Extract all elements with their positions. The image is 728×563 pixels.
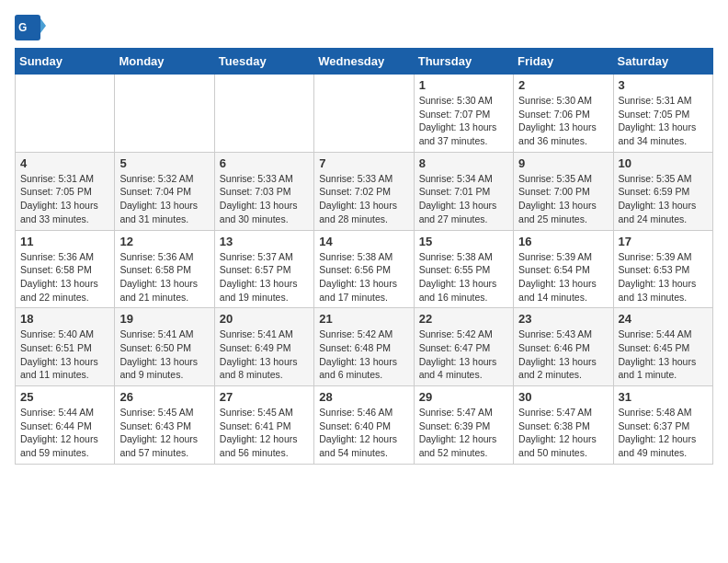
calendar-cell: 2Sunrise: 5:30 AM Sunset: 7:06 PM Daylig… bbox=[514, 75, 613, 153]
header-wednesday: Wednesday bbox=[314, 49, 414, 75]
calendar-cell: 24Sunrise: 5:44 AM Sunset: 6:45 PM Dayli… bbox=[613, 308, 712, 386]
header-tuesday: Tuesday bbox=[214, 49, 313, 75]
logo-icon: G bbox=[15, 15, 46, 40]
day-info: Sunrise: 5:41 AM Sunset: 6:50 PM Dayligh… bbox=[119, 327, 209, 382]
day-info: Sunrise: 5:48 AM Sunset: 6:37 PM Dayligh… bbox=[619, 406, 708, 460]
day-info: Sunrise: 5:35 AM Sunset: 7:00 PM Dayligh… bbox=[518, 172, 608, 226]
calendar-cell: 30Sunrise: 5:47 AM Sunset: 6:38 PM Dayli… bbox=[514, 386, 613, 465]
day-info: Sunrise: 5:39 AM Sunset: 6:53 PM Dayligh… bbox=[619, 250, 708, 304]
header-row: SundayMondayTuesdayWednesdayThursdayFrid… bbox=[16, 49, 713, 75]
svg-text:G: G bbox=[18, 21, 27, 34]
day-number: 11 bbox=[20, 235, 109, 248]
svg-marker-1 bbox=[40, 18, 46, 33]
header-saturday: Saturday bbox=[613, 49, 712, 75]
day-number: 2 bbox=[518, 78, 608, 92]
calendar-cell: 18Sunrise: 5:40 AM Sunset: 6:51 PM Dayli… bbox=[16, 308, 115, 386]
day-info: Sunrise: 5:35 AM Sunset: 6:59 PM Dayligh… bbox=[619, 172, 708, 226]
header-friday: Friday bbox=[514, 49, 613, 75]
day-number: 25 bbox=[20, 390, 109, 404]
calendar-cell: 5Sunrise: 5:32 AM Sunset: 7:04 PM Daylig… bbox=[115, 152, 214, 230]
calendar-body: 1Sunrise: 5:30 AM Sunset: 7:07 PM Daylig… bbox=[16, 75, 713, 465]
day-number: 6 bbox=[220, 156, 309, 170]
day-info: Sunrise: 5:47 AM Sunset: 6:38 PM Dayligh… bbox=[518, 406, 608, 460]
calendar-cell bbox=[16, 75, 115, 153]
day-info: Sunrise: 5:44 AM Sunset: 6:45 PM Dayligh… bbox=[619, 327, 708, 382]
day-info: Sunrise: 5:36 AM Sunset: 6:58 PM Dayligh… bbox=[119, 250, 209, 304]
header-thursday: Thursday bbox=[414, 49, 513, 75]
day-number: 17 bbox=[619, 235, 708, 248]
calendar-cell bbox=[115, 75, 214, 153]
calendar-header: SundayMondayTuesdayWednesdayThursdayFrid… bbox=[16, 49, 713, 75]
day-number: 13 bbox=[220, 235, 309, 248]
day-number: 3 bbox=[619, 78, 708, 92]
day-number: 28 bbox=[319, 390, 408, 404]
day-number: 22 bbox=[419, 312, 508, 326]
calendar-cell: 6Sunrise: 5:33 AM Sunset: 7:03 PM Daylig… bbox=[214, 152, 313, 230]
day-info: Sunrise: 5:36 AM Sunset: 6:58 PM Dayligh… bbox=[20, 250, 109, 304]
day-info: Sunrise: 5:33 AM Sunset: 7:02 PM Dayligh… bbox=[319, 172, 408, 226]
day-info: Sunrise: 5:38 AM Sunset: 6:55 PM Dayligh… bbox=[419, 250, 508, 304]
day-info: Sunrise: 5:30 AM Sunset: 7:06 PM Dayligh… bbox=[518, 94, 608, 148]
calendar-cell bbox=[314, 75, 414, 153]
calendar-table: SundayMondayTuesdayWednesdayThursdayFrid… bbox=[15, 48, 713, 465]
calendar-cell: 19Sunrise: 5:41 AM Sunset: 6:50 PM Dayli… bbox=[115, 308, 214, 386]
day-number: 21 bbox=[319, 312, 408, 326]
day-number: 4 bbox=[20, 156, 109, 170]
day-info: Sunrise: 5:45 AM Sunset: 6:43 PM Dayligh… bbox=[119, 406, 209, 460]
day-number: 15 bbox=[419, 235, 508, 248]
day-number: 23 bbox=[518, 312, 608, 326]
day-number: 30 bbox=[518, 390, 608, 404]
calendar-cell: 3Sunrise: 5:31 AM Sunset: 7:05 PM Daylig… bbox=[613, 75, 712, 153]
day-number: 10 bbox=[619, 156, 708, 170]
week-row-5: 25Sunrise: 5:44 AM Sunset: 6:44 PM Dayli… bbox=[16, 386, 713, 465]
day-info: Sunrise: 5:44 AM Sunset: 6:44 PM Dayligh… bbox=[20, 406, 109, 460]
calendar-cell: 25Sunrise: 5:44 AM Sunset: 6:44 PM Dayli… bbox=[16, 386, 115, 465]
calendar-cell: 26Sunrise: 5:45 AM Sunset: 6:43 PM Dayli… bbox=[115, 386, 214, 465]
calendar-cell bbox=[214, 75, 313, 153]
day-number: 24 bbox=[619, 312, 708, 326]
day-info: Sunrise: 5:38 AM Sunset: 6:56 PM Dayligh… bbox=[319, 250, 408, 304]
day-info: Sunrise: 5:42 AM Sunset: 6:48 PM Dayligh… bbox=[319, 327, 408, 382]
week-row-4: 18Sunrise: 5:40 AM Sunset: 6:51 PM Dayli… bbox=[16, 308, 713, 386]
day-info: Sunrise: 5:31 AM Sunset: 7:05 PM Dayligh… bbox=[20, 172, 109, 226]
day-number: 8 bbox=[419, 156, 508, 170]
calendar-cell: 11Sunrise: 5:36 AM Sunset: 6:58 PM Dayli… bbox=[16, 230, 115, 308]
logo: G bbox=[15, 15, 48, 40]
week-row-2: 4Sunrise: 5:31 AM Sunset: 7:05 PM Daylig… bbox=[16, 152, 713, 230]
day-number: 5 bbox=[119, 156, 209, 170]
calendar-cell: 9Sunrise: 5:35 AM Sunset: 7:00 PM Daylig… bbox=[514, 152, 613, 230]
day-number: 18 bbox=[20, 312, 109, 326]
calendar-cell: 20Sunrise: 5:41 AM Sunset: 6:49 PM Dayli… bbox=[214, 308, 313, 386]
header-sunday: Sunday bbox=[16, 49, 115, 75]
day-info: Sunrise: 5:45 AM Sunset: 6:41 PM Dayligh… bbox=[220, 406, 309, 460]
day-info: Sunrise: 5:30 AM Sunset: 7:07 PM Dayligh… bbox=[419, 94, 508, 148]
calendar-cell: 13Sunrise: 5:37 AM Sunset: 6:57 PM Dayli… bbox=[214, 230, 313, 308]
calendar-cell: 31Sunrise: 5:48 AM Sunset: 6:37 PM Dayli… bbox=[613, 386, 712, 465]
day-info: Sunrise: 5:31 AM Sunset: 7:05 PM Dayligh… bbox=[619, 94, 708, 148]
day-info: Sunrise: 5:39 AM Sunset: 6:54 PM Dayligh… bbox=[518, 250, 608, 304]
calendar-cell: 16Sunrise: 5:39 AM Sunset: 6:54 PM Dayli… bbox=[514, 230, 613, 308]
week-row-3: 11Sunrise: 5:36 AM Sunset: 6:58 PM Dayli… bbox=[16, 230, 713, 308]
calendar-cell: 17Sunrise: 5:39 AM Sunset: 6:53 PM Dayli… bbox=[613, 230, 712, 308]
calendar-cell: 14Sunrise: 5:38 AM Sunset: 6:56 PM Dayli… bbox=[314, 230, 414, 308]
calendar-cell: 8Sunrise: 5:34 AM Sunset: 7:01 PM Daylig… bbox=[414, 152, 513, 230]
day-number: 29 bbox=[419, 390, 508, 404]
day-number: 20 bbox=[220, 312, 309, 326]
day-number: 1 bbox=[419, 78, 508, 92]
day-info: Sunrise: 5:32 AM Sunset: 7:04 PM Dayligh… bbox=[119, 172, 209, 226]
day-number: 12 bbox=[119, 235, 209, 248]
calendar-cell: 29Sunrise: 5:47 AM Sunset: 6:39 PM Dayli… bbox=[414, 386, 513, 465]
day-number: 26 bbox=[119, 390, 209, 404]
day-number: 19 bbox=[119, 312, 209, 326]
day-number: 27 bbox=[220, 390, 309, 404]
calendar-cell: 27Sunrise: 5:45 AM Sunset: 6:41 PM Dayli… bbox=[214, 386, 313, 465]
day-info: Sunrise: 5:43 AM Sunset: 6:46 PM Dayligh… bbox=[518, 327, 608, 382]
calendar-cell: 15Sunrise: 5:38 AM Sunset: 6:55 PM Dayli… bbox=[414, 230, 513, 308]
day-info: Sunrise: 5:42 AM Sunset: 6:47 PM Dayligh… bbox=[419, 327, 508, 382]
calendar-cell: 4Sunrise: 5:31 AM Sunset: 7:05 PM Daylig… bbox=[16, 152, 115, 230]
day-info: Sunrise: 5:41 AM Sunset: 6:49 PM Dayligh… bbox=[220, 327, 309, 382]
calendar-cell: 10Sunrise: 5:35 AM Sunset: 6:59 PM Dayli… bbox=[613, 152, 712, 230]
calendar-cell: 28Sunrise: 5:46 AM Sunset: 6:40 PM Dayli… bbox=[314, 386, 414, 465]
calendar-cell: 1Sunrise: 5:30 AM Sunset: 7:07 PM Daylig… bbox=[414, 75, 513, 153]
day-number: 7 bbox=[319, 156, 408, 170]
